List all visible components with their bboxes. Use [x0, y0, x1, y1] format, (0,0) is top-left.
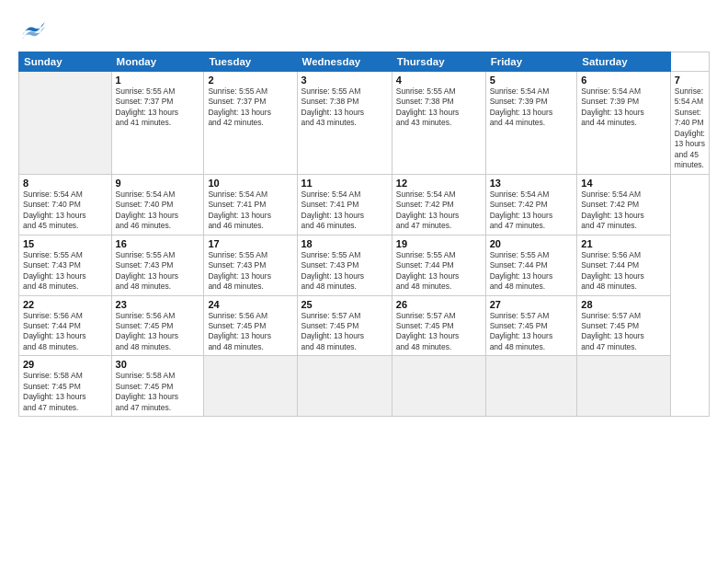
week-row-3: 15Sunrise: 5:55 AMSunset: 7:43 PMDayligh… — [19, 235, 710, 295]
day-cell: 23Sunrise: 5:56 AMSunset: 7:45 PMDayligh… — [111, 295, 204, 356]
day-number: 5 — [490, 75, 574, 86]
day-info: Sunrise: 5:54 AMSunset: 7:40 PMDaylight:… — [23, 190, 108, 232]
day-cell: 28Sunrise: 5:57 AMSunset: 7:45 PMDayligh… — [577, 295, 671, 356]
day-info: Sunrise: 5:54 AMSunset: 7:40 PMDaylight:… — [675, 86, 705, 171]
header — [18, 15, 710, 44]
day-number: 28 — [581, 299, 666, 310]
day-cell: 30Sunrise: 5:58 AMSunset: 7:45 PMDayligh… — [111, 356, 204, 417]
day-number: 7 — [675, 75, 705, 86]
day-info: Sunrise: 5:54 AMSunset: 7:42 PMDaylight:… — [490, 190, 574, 232]
day-cell: 16Sunrise: 5:55 AMSunset: 7:43 PMDayligh… — [111, 235, 204, 295]
day-number: 16 — [116, 238, 200, 249]
day-info: Sunrise: 5:55 AMSunset: 7:43 PMDaylight:… — [23, 250, 108, 293]
day-info: Sunrise: 5:54 AMSunset: 7:42 PMDaylight:… — [581, 190, 666, 232]
day-cell: 3Sunrise: 5:55 AMSunset: 7:38 PMDaylight… — [297, 72, 392, 175]
day-cell: 5Sunrise: 5:54 AMSunset: 7:39 PMDaylight… — [485, 72, 577, 175]
day-info: Sunrise: 5:56 AMSunset: 7:45 PMDaylight:… — [208, 311, 292, 353]
day-number: 24 — [208, 299, 292, 310]
day-number: 11 — [301, 178, 388, 189]
day-info: Sunrise: 5:55 AMSunset: 7:43 PMDaylight:… — [301, 250, 388, 293]
day-number: 2 — [208, 75, 292, 86]
day-number: 13 — [490, 178, 574, 189]
week-row-1: 1Sunrise: 5:55 AMSunset: 7:37 PMDaylight… — [19, 72, 710, 175]
day-info: Sunrise: 5:58 AMSunset: 7:45 PMDaylight:… — [116, 371, 200, 413]
day-cell: 24Sunrise: 5:56 AMSunset: 7:45 PMDayligh… — [204, 295, 297, 356]
day-info: Sunrise: 5:57 AMSunset: 7:45 PMDaylight:… — [396, 311, 482, 353]
col-header-sunday: Sunday — [19, 52, 112, 72]
header-row: SundayMondayTuesdayWednesdayThursdayFrid… — [19, 52, 710, 72]
day-cell: 2Sunrise: 5:55 AMSunset: 7:37 PMDaylight… — [204, 72, 297, 175]
day-number: 6 — [581, 75, 666, 86]
col-header-monday: Monday — [111, 52, 204, 72]
col-header-wednesday: Wednesday — [297, 52, 392, 72]
day-cell: 25Sunrise: 5:57 AMSunset: 7:45 PMDayligh… — [297, 295, 392, 356]
day-info: Sunrise: 5:56 AMSunset: 7:44 PMDaylight:… — [23, 311, 108, 353]
day-cell: 9Sunrise: 5:54 AMSunset: 7:40 PMDaylight… — [111, 174, 204, 235]
day-cell: 12Sunrise: 5:54 AMSunset: 7:42 PMDayligh… — [392, 174, 485, 235]
day-info: Sunrise: 5:55 AMSunset: 7:38 PMDaylight:… — [396, 86, 482, 129]
day-cell: 15Sunrise: 5:55 AMSunset: 7:43 PMDayligh… — [19, 235, 112, 295]
day-cell: 10Sunrise: 5:54 AMSunset: 7:41 PMDayligh… — [204, 174, 297, 235]
col-header-tuesday: Tuesday — [204, 52, 297, 72]
day-cell: 17Sunrise: 5:55 AMSunset: 7:43 PMDayligh… — [204, 235, 297, 295]
day-info: Sunrise: 5:55 AMSunset: 7:44 PMDaylight:… — [396, 250, 482, 293]
day-cell: 7Sunrise: 5:54 AMSunset: 7:40 PMDaylight… — [670, 72, 709, 175]
week-row-2: 8Sunrise: 5:54 AMSunset: 7:40 PMDaylight… — [19, 174, 710, 235]
col-header-saturday: Saturday — [577, 52, 671, 72]
day-number: 26 — [396, 299, 482, 310]
day-info: Sunrise: 5:55 AMSunset: 7:38 PMDaylight:… — [301, 86, 388, 129]
day-number: 30 — [116, 359, 200, 370]
day-number: 17 — [208, 238, 292, 249]
day-info: Sunrise: 5:54 AMSunset: 7:40 PMDaylight:… — [116, 190, 200, 232]
day-number: 29 — [23, 359, 108, 370]
day-cell: 11Sunrise: 5:54 AMSunset: 7:41 PMDayligh… — [297, 174, 392, 235]
day-cell — [204, 356, 297, 417]
day-number: 20 — [490, 238, 574, 249]
day-number: 19 — [396, 238, 482, 249]
day-cell: 4Sunrise: 5:55 AMSunset: 7:38 PMDaylight… — [392, 72, 485, 175]
day-cell: 21Sunrise: 5:56 AMSunset: 7:44 PMDayligh… — [577, 235, 671, 295]
day-info: Sunrise: 5:54 AMSunset: 7:39 PMDaylight:… — [581, 86, 666, 129]
day-number: 18 — [301, 238, 388, 249]
day-info: Sunrise: 5:54 AMSunset: 7:39 PMDaylight:… — [490, 86, 574, 129]
day-number: 3 — [301, 75, 388, 86]
day-number: 8 — [23, 178, 108, 189]
day-cell: 8Sunrise: 5:54 AMSunset: 7:40 PMDaylight… — [19, 174, 112, 235]
day-info: Sunrise: 5:56 AMSunset: 7:45 PMDaylight:… — [116, 311, 200, 353]
day-cell: 27Sunrise: 5:57 AMSunset: 7:45 PMDayligh… — [485, 295, 577, 356]
day-info: Sunrise: 5:58 AMSunset: 7:45 PMDaylight:… — [23, 371, 108, 413]
day-info: Sunrise: 5:55 AMSunset: 7:37 PMDaylight:… — [208, 86, 292, 129]
day-cell — [297, 356, 392, 417]
day-info: Sunrise: 5:55 AMSunset: 7:37 PMDaylight:… — [116, 86, 200, 129]
day-cell: 18Sunrise: 5:55 AMSunset: 7:43 PMDayligh… — [297, 235, 392, 295]
day-number: 9 — [116, 178, 200, 189]
day-number: 14 — [581, 178, 666, 189]
day-info: Sunrise: 5:54 AMSunset: 7:41 PMDaylight:… — [301, 190, 388, 232]
day-number: 22 — [23, 299, 108, 310]
day-cell — [485, 356, 577, 417]
day-cell: 6Sunrise: 5:54 AMSunset: 7:39 PMDaylight… — [577, 72, 671, 175]
day-number: 27 — [490, 299, 574, 310]
week-row-5: 29Sunrise: 5:58 AMSunset: 7:45 PMDayligh… — [19, 356, 710, 417]
day-cell — [392, 356, 485, 417]
day-cell — [577, 356, 671, 417]
day-number: 4 — [396, 75, 482, 86]
day-cell: 26Sunrise: 5:57 AMSunset: 7:45 PMDayligh… — [392, 295, 485, 356]
day-number: 12 — [396, 178, 482, 189]
logo-icon — [18, 15, 48, 44]
day-info: Sunrise: 5:54 AMSunset: 7:41 PMDaylight:… — [208, 190, 292, 232]
day-number: 23 — [116, 299, 200, 310]
day-info: Sunrise: 5:55 AMSunset: 7:43 PMDaylight:… — [208, 250, 292, 293]
day-number: 10 — [208, 178, 292, 189]
day-cell — [19, 72, 112, 175]
week-row-4: 22Sunrise: 5:56 AMSunset: 7:44 PMDayligh… — [19, 295, 710, 356]
day-info: Sunrise: 5:57 AMSunset: 7:45 PMDaylight:… — [581, 311, 666, 353]
day-number: 1 — [116, 75, 200, 86]
day-number: 21 — [581, 238, 666, 249]
day-cell: 29Sunrise: 5:58 AMSunset: 7:45 PMDayligh… — [19, 356, 112, 417]
day-number: 15 — [23, 238, 108, 249]
day-info: Sunrise: 5:56 AMSunset: 7:44 PMDaylight:… — [581, 250, 666, 293]
day-cell: 13Sunrise: 5:54 AMSunset: 7:42 PMDayligh… — [485, 174, 577, 235]
day-info: Sunrise: 5:57 AMSunset: 7:45 PMDaylight:… — [490, 311, 574, 353]
col-header-friday: Friday — [485, 52, 577, 72]
